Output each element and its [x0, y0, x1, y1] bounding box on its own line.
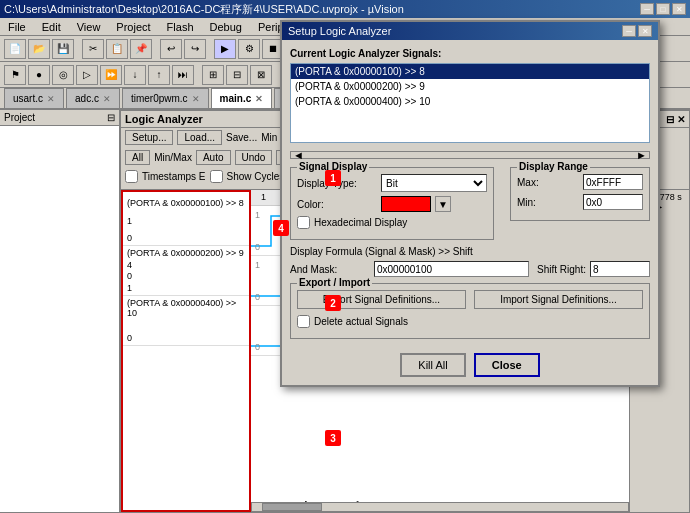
- dialog-overlay: Setup Logic Analyzer ─ ✕ Current Logic A…: [0, 0, 690, 513]
- max-input[interactable]: [583, 174, 643, 190]
- signal-display-box: Signal Display Display Type: Bit Analog …: [290, 167, 494, 240]
- min-input[interactable]: [583, 194, 643, 210]
- annotation-4: 4: [273, 220, 289, 236]
- color-picker-btn[interactable]: ▼: [435, 196, 451, 212]
- hex-label: Hexadecimal Display: [314, 217, 407, 228]
- export-import-box: Export / Import Export Signal Definition…: [290, 283, 650, 339]
- signal-list-item-2[interactable]: (PORTA & 0x00000200) >> 9: [291, 79, 649, 94]
- delete-check[interactable]: Delete actual Signals: [297, 315, 643, 328]
- hex-display-check[interactable]: Hexadecimal Display: [297, 216, 487, 229]
- min-label: Min:: [517, 197, 579, 208]
- kill-all-btn[interactable]: Kill All: [400, 353, 465, 377]
- dialog-close-action-btn[interactable]: Close: [474, 353, 540, 377]
- color-row: Color: ▼: [297, 196, 487, 212]
- signal-list-item-3[interactable]: (PORTA & 0x00000400) >> 10: [291, 94, 649, 109]
- import-btn[interactable]: Import Signal Definitions...: [474, 290, 643, 309]
- display-type-select[interactable]: Bit Analog Hex: [381, 174, 487, 192]
- and-mask-input[interactable]: [374, 261, 529, 277]
- delete-label: Delete actual Signals: [314, 316, 408, 327]
- kill-close-row: Kill All Close: [282, 353, 658, 385]
- and-mask-label: And Mask:: [290, 264, 370, 275]
- setup-dialog: Setup Logic Analyzer ─ ✕ Current Logic A…: [280, 20, 660, 387]
- export-btn[interactable]: Export Signal Definitions...: [297, 290, 466, 309]
- shift-right-input[interactable]: [590, 261, 650, 277]
- and-mask-row: And Mask: Shift Right:: [290, 261, 650, 277]
- max-row: Max:: [517, 174, 643, 190]
- export-import-title: Export / Import: [297, 277, 372, 288]
- dialog-title: Setup Logic Analyzer ─ ✕: [282, 22, 658, 40]
- annotation-3: 3: [325, 430, 341, 446]
- current-signals-label: Current Logic Analyzer Signals:: [290, 48, 650, 59]
- dialog-close-btn[interactable]: ✕: [638, 25, 652, 37]
- color-picker[interactable]: [381, 196, 431, 212]
- annotation-1: 1: [325, 170, 341, 186]
- delete-checkbox[interactable]: [297, 315, 310, 328]
- hex-checkbox[interactable]: [297, 216, 310, 229]
- signal-display-group: Signal Display Display Type: Bit Analog …: [290, 167, 494, 246]
- dialog-title-text: Setup Logic Analyzer: [288, 25, 391, 37]
- export-row: Export Signal Definitions... Import Sign…: [297, 290, 643, 309]
- display-range-group: Display Range Max: Min:: [510, 167, 650, 246]
- annotation-2: 2: [325, 295, 341, 311]
- display-range-box: Display Range Max: Min:: [510, 167, 650, 221]
- dialog-min-btn[interactable]: ─: [622, 25, 636, 37]
- signal-list[interactable]: (PORTA & 0x00000100) >> 8 (PORTA & 0x000…: [290, 63, 650, 143]
- formula-label: Display Formula (Signal & Mask) >> Shift: [290, 246, 650, 257]
- display-range-title: Display Range: [517, 161, 590, 172]
- signal-list-scrollbar[interactable]: ◄ ►: [290, 151, 650, 159]
- min-row: Min:: [517, 194, 643, 210]
- max-label: Max:: [517, 177, 579, 188]
- color-label: Color:: [297, 199, 377, 210]
- dialog-title-controls: ─ ✕: [622, 25, 652, 37]
- two-cols: Signal Display Display Type: Bit Analog …: [290, 167, 650, 246]
- shift-right-label: Shift Right:: [537, 264, 586, 275]
- signal-list-item-1[interactable]: (PORTA & 0x00000100) >> 8: [291, 64, 649, 79]
